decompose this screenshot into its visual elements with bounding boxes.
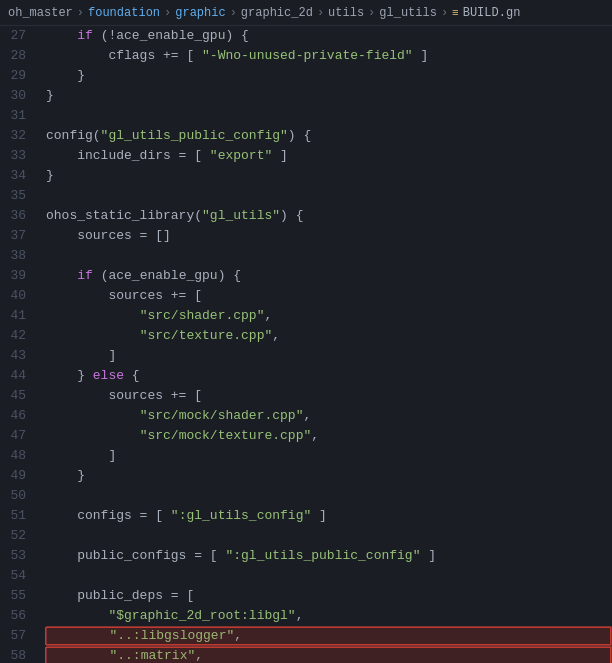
breadcrumb-item-oh_master[interactable]: oh_master [8, 6, 73, 20]
line-number-34: 34 [0, 166, 32, 186]
code-line-33: include_dirs = [ "export" ] [46, 146, 612, 166]
line-number-39: 39 [0, 266, 32, 286]
line-number-46: 46 [0, 406, 32, 426]
line-number-28: 28 [0, 46, 32, 66]
code-line-46: "src/mock/shader.cpp", [46, 406, 612, 426]
breadcrumb-item-gl_utils[interactable]: gl_utils [379, 6, 437, 20]
line-number-55: 55 [0, 586, 32, 606]
code-line-58: "..:matrix", [46, 646, 612, 663]
code-line-37: sources = [] [46, 226, 612, 246]
line-number-45: 45 [0, 386, 32, 406]
code-content[interactable]: if (!ace_enable_gpu) { cflags += [ "-Wno… [38, 26, 612, 663]
code-line-42: "src/texture.cpp", [46, 326, 612, 346]
breadcrumb-item-graphic2d[interactable]: graphic_2d [241, 6, 313, 20]
code-line-50 [46, 486, 612, 506]
breadcrumb-item-foundation[interactable]: foundation [88, 6, 160, 20]
code-line-32: config("gl_utils_public_config") { [46, 126, 612, 146]
file-icon: ≡ [452, 7, 459, 19]
breadcrumb-sep-6: › [441, 6, 448, 20]
code-area: 2728293031323334353637383940414243444546… [0, 26, 612, 663]
line-number-40: 40 [0, 286, 32, 306]
code-line-57: "..:libgslogger", [46, 626, 612, 646]
code-line-52 [46, 526, 612, 546]
code-line-45: sources += [ [46, 386, 612, 406]
code-line-47: "src/mock/texture.cpp", [46, 426, 612, 446]
line-number-56: 56 [0, 606, 32, 626]
code-line-48: ] [46, 446, 612, 466]
line-number-44: 44 [0, 366, 32, 386]
code-line-41: "src/shader.cpp", [46, 306, 612, 326]
breadcrumb-bar: oh_master › foundation › graphic › graph… [0, 0, 612, 26]
breadcrumb-sep-4: › [317, 6, 324, 20]
breadcrumb-item-graphic[interactable]: graphic [175, 6, 225, 20]
code-line-44: } else { [46, 366, 612, 386]
line-number-27: 27 [0, 26, 32, 46]
line-number-53: 53 [0, 546, 32, 566]
breadcrumb-sep-3: › [230, 6, 237, 20]
line-number-37: 37 [0, 226, 32, 246]
line-number-43: 43 [0, 346, 32, 366]
breadcrumb-sep-2: › [164, 6, 171, 20]
line-number-41: 41 [0, 306, 32, 326]
line-number-51: 51 [0, 506, 32, 526]
line-number-35: 35 [0, 186, 32, 206]
code-line-27: if (!ace_enable_gpu) { [46, 26, 612, 46]
line-number-31: 31 [0, 106, 32, 126]
code-line-55: public_deps = [ [46, 586, 612, 606]
line-number-57: 57 [0, 626, 32, 646]
code-line-43: ] [46, 346, 612, 366]
breadcrumb-sep-1: › [77, 6, 84, 20]
code-line-53: public_configs = [ ":gl_utils_public_con… [46, 546, 612, 566]
code-line-31 [46, 106, 612, 126]
code-line-39: if (ace_enable_gpu) { [46, 266, 612, 286]
line-numbers: 2728293031323334353637383940414243444546… [0, 26, 38, 663]
code-line-36: ohos_static_library("gl_utils") { [46, 206, 612, 226]
line-number-30: 30 [0, 86, 32, 106]
breadcrumb-item-build[interactable]: BUILD.gn [463, 6, 521, 20]
breadcrumb-item-utils[interactable]: utils [328, 6, 364, 20]
code-line-54 [46, 566, 612, 586]
code-line-34: } [46, 166, 612, 186]
code-line-28: cflags += [ "-Wno-unused-private-field" … [46, 46, 612, 66]
line-number-33: 33 [0, 146, 32, 166]
line-number-58: 58 [0, 646, 32, 663]
code-line-49: } [46, 466, 612, 486]
code-line-40: sources += [ [46, 286, 612, 306]
code-line-29: } [46, 66, 612, 86]
line-number-29: 29 [0, 66, 32, 86]
line-number-49: 49 [0, 466, 32, 486]
code-line-30: } [46, 86, 612, 106]
line-number-50: 50 [0, 486, 32, 506]
line-number-42: 42 [0, 326, 32, 346]
code-line-38 [46, 246, 612, 266]
code-line-35 [46, 186, 612, 206]
line-number-38: 38 [0, 246, 32, 266]
line-number-36: 36 [0, 206, 32, 226]
code-line-56: "$graphic_2d_root:libgl", [46, 606, 612, 626]
line-number-48: 48 [0, 446, 32, 466]
line-number-52: 52 [0, 526, 32, 546]
line-number-54: 54 [0, 566, 32, 586]
code-line-51: configs = [ ":gl_utils_config" ] [46, 506, 612, 526]
breadcrumb-sep-5: › [368, 6, 375, 20]
line-number-32: 32 [0, 126, 32, 146]
line-number-47: 47 [0, 426, 32, 446]
